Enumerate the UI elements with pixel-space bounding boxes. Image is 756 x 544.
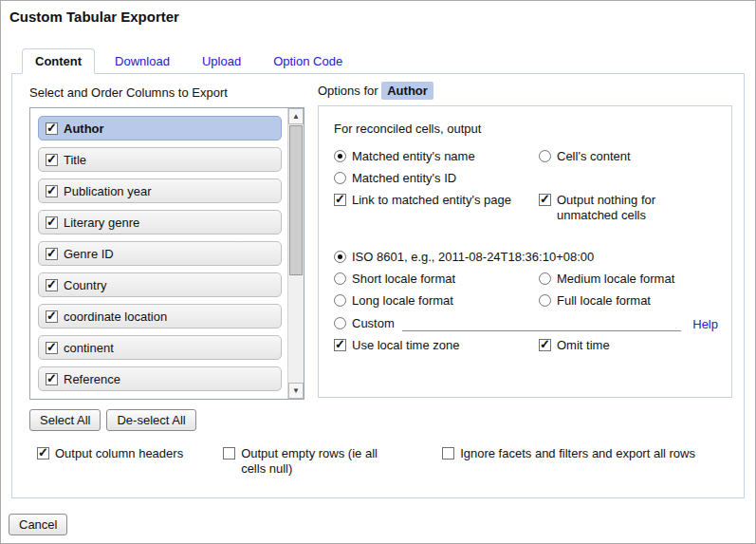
long-locale-label: Long locale format	[352, 293, 453, 309]
column-item-publication-year[interactable]: Publication year	[38, 178, 282, 203]
scroll-up-icon[interactable]: ▲	[288, 108, 304, 124]
column-item-country[interactable]: Country	[38, 272, 282, 297]
medium-locale-label: Medium locale format	[557, 272, 674, 287]
options-heading-prefix: Options for	[318, 84, 378, 98]
column-label: Reference	[64, 372, 120, 386]
columns-list-items: Author Title Publication year Liter	[30, 108, 287, 399]
medium-locale-radio[interactable]	[539, 272, 551, 285]
columns-section: Select and Order Columns to Export Autho…	[20, 82, 304, 431]
custom-format-label: Custom	[352, 316, 395, 331]
tab-option-code[interactable]: Option Code	[261, 49, 355, 73]
dialog-title: Custom Tabular Exporter	[1, 1, 755, 25]
reconciled-options: Matched entity's name Cell's content Mat…	[334, 149, 718, 223]
output-empty-rows-checkbox[interactable]	[223, 447, 235, 460]
column-checkbox[interactable]	[46, 310, 58, 323]
options-column-badge: Author	[381, 82, 433, 100]
radio-medium-locale[interactable]: Medium locale format	[539, 272, 718, 287]
output-column-headers-checkbox[interactable]	[37, 447, 49, 460]
column-checkbox[interactable]	[46, 154, 58, 166]
output-column-headers-label: Output column headers	[55, 446, 183, 461]
output-empty-rows-label: Output empty rows (ie all cells null)	[241, 446, 402, 477]
short-locale-radio[interactable]	[334, 272, 346, 285]
full-locale-radio[interactable]	[539, 294, 551, 307]
column-checkbox[interactable]	[46, 342, 58, 354]
deselect-all-button[interactable]: De-select All	[106, 409, 195, 431]
tab-bar: Content Download Upload Option Code	[22, 48, 755, 73]
custom-format-input[interactable]	[402, 315, 681, 331]
link-matched-page-checkbox[interactable]	[334, 194, 346, 206]
options-panel: For reconciled cells, output Matched ent…	[318, 105, 732, 398]
cells-content-radio[interactable]	[539, 150, 551, 162]
tab-upload[interactable]: Upload	[190, 49, 253, 73]
column-checkbox[interactable]	[46, 248, 58, 260]
checkbox-omit-time[interactable]: Omit time	[539, 338, 718, 353]
output-nothing-label: Output nothing for unmatched cells	[557, 193, 718, 223]
checkbox-ignore-facets[interactable]: Ignore facets and filters and export all…	[442, 446, 695, 461]
column-label: Country	[64, 278, 107, 292]
column-label: Author	[64, 122, 104, 136]
matched-entity-id-label: Matched entity's ID	[352, 171, 456, 186]
columns-heading: Select and Order Columns to Export	[29, 82, 304, 107]
iso-8601-radio[interactable]	[334, 251, 346, 263]
options-heading: Options for Author	[318, 82, 732, 105]
column-item-coordinate-location[interactable]: coordinate location	[38, 304, 282, 328]
matched-entity-id-radio[interactable]	[334, 172, 346, 184]
column-checkbox[interactable]	[46, 373, 58, 385]
checkbox-output-empty-rows[interactable]: Output empty rows (ie all cells null)	[223, 446, 402, 477]
options-section: Options for Author For reconciled cells,…	[318, 82, 736, 431]
reconciled-heading: For reconciled cells, output	[334, 122, 718, 136]
column-checkbox[interactable]	[46, 122, 58, 135]
radio-custom-format[interactable]: Custom	[334, 316, 395, 331]
link-matched-page-label: Link to matched entity's page	[352, 193, 511, 208]
radio-short-locale[interactable]: Short locale format	[334, 272, 535, 287]
checkbox-output-nothing-unmatched[interactable]: Output nothing for unmatched cells	[539, 193, 718, 223]
scrollbar-track[interactable]	[288, 124, 304, 383]
select-all-button[interactable]: Select All	[29, 409, 101, 431]
cells-content-label: Cell's content	[557, 149, 631, 164]
radio-matched-entity-name[interactable]: Matched entity's name	[334, 149, 535, 164]
tab-content[interactable]: Content	[22, 48, 95, 74]
column-item-continent[interactable]: continent	[38, 335, 282, 360]
columns-list: Author Title Publication year Liter	[29, 107, 304, 400]
matched-entity-name-radio[interactable]	[334, 150, 346, 162]
ignore-facets-label: Ignore facets and filters and export all…	[460, 446, 695, 461]
full-locale-label: Full locale format	[557, 293, 651, 309]
radio-iso-8601[interactable]: ISO 8601, e.g., 2011-08-24T18:36:10+08:0…	[334, 250, 718, 265]
help-link[interactable]: Help	[689, 317, 718, 331]
radio-full-locale[interactable]: Full locale format	[539, 293, 718, 309]
output-nothing-checkbox[interactable]	[539, 194, 551, 206]
column-label: coordinate location	[64, 310, 167, 324]
column-checkbox[interactable]	[46, 185, 58, 197]
list-scrollbar[interactable]: ▲ ▼	[287, 108, 304, 399]
export-row-options: Output column headers Output empty rows …	[37, 446, 736, 477]
column-checkbox[interactable]	[46, 279, 58, 291]
column-item-literary-genre[interactable]: Literary genre	[38, 210, 282, 234]
column-item-genre-id[interactable]: Genre ID	[38, 241, 282, 266]
use-local-tz-label: Use local time zone	[352, 338, 459, 353]
ignore-facets-checkbox[interactable]	[442, 447, 454, 460]
column-item-author[interactable]: Author	[38, 116, 282, 141]
tab-download[interactable]: Download	[102, 49, 182, 73]
radio-matched-entity-id[interactable]: Matched entity's ID	[334, 171, 535, 186]
checkbox-output-column-headers[interactable]: Output column headers	[37, 446, 183, 461]
custom-tabular-exporter-dialog: Custom Tabular Exporter Content Download…	[0, 0, 756, 544]
column-label: Title	[64, 153, 86, 167]
long-locale-radio[interactable]	[334, 294, 346, 307]
column-label: Publication year	[64, 184, 152, 198]
checkbox-link-matched-page[interactable]: Link to matched entity's page	[334, 193, 535, 208]
radio-long-locale[interactable]: Long locale format	[334, 293, 535, 309]
column-item-reference[interactable]: Reference	[38, 366, 282, 391]
matched-entity-name-label: Matched entity's name	[352, 149, 475, 164]
iso-8601-label: ISO 8601, e.g., 2011-08-24T18:36:10+08:0…	[352, 250, 594, 265]
custom-format-radio[interactable]	[334, 317, 346, 329]
use-local-tz-checkbox[interactable]	[334, 339, 346, 351]
column-label: Literary genre	[64, 216, 139, 230]
column-item-title[interactable]: Title	[38, 147, 282, 172]
column-checkbox[interactable]	[46, 216, 58, 229]
cancel-button[interactable]: Cancel	[9, 514, 67, 535]
scrollbar-thumb[interactable]	[289, 125, 303, 275]
radio-cells-content[interactable]: Cell's content	[539, 149, 718, 164]
omit-time-checkbox[interactable]	[539, 339, 551, 351]
scroll-down-icon[interactable]: ▼	[288, 383, 304, 399]
checkbox-use-local-time-zone[interactable]: Use local time zone	[334, 338, 535, 353]
